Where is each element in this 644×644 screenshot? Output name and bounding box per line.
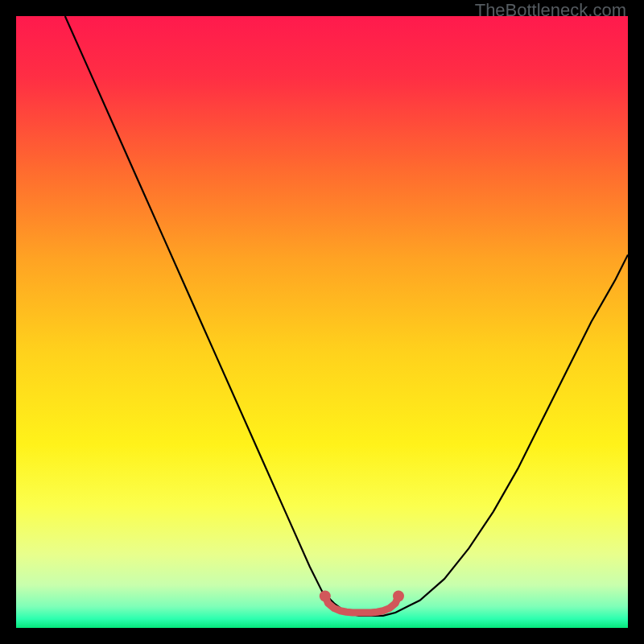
optimal-range-right-dot [393,590,404,601]
chart-svg [16,16,628,628]
optimal-range-left-dot [320,590,331,601]
chart-background [16,16,628,628]
plot-frame [16,16,628,628]
watermark-text: TheBottleneck.com [475,0,626,21]
